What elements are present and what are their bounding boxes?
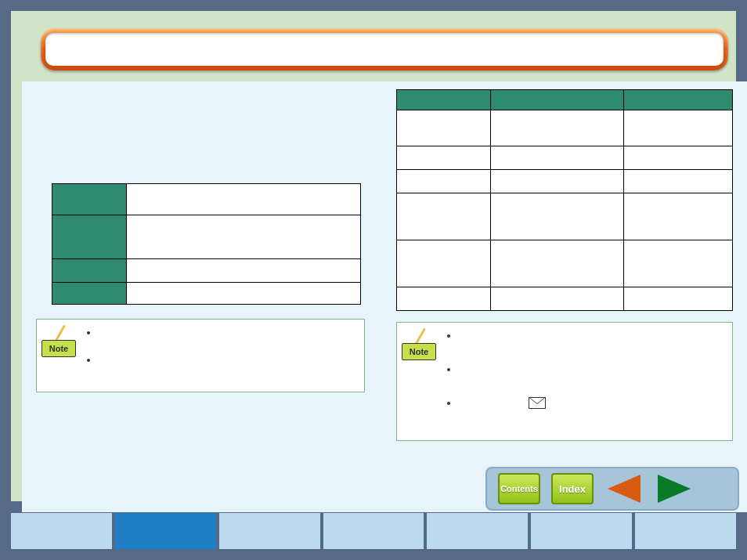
svg-marker-1: [658, 475, 691, 503]
table-row: [52, 283, 361, 305]
table-row: [397, 240, 733, 287]
cell: [397, 110, 491, 146]
cell: [624, 193, 733, 240]
cell: [491, 240, 624, 287]
header-area: Note: [11, 11, 736, 501]
right-column: Note: [396, 89, 733, 465]
cell: [491, 287, 624, 311]
index-button[interactable]: Index: [551, 473, 594, 504]
left-column: Note: [36, 89, 373, 465]
footer-tab[interactable]: [11, 513, 112, 549]
table-row: [397, 170, 733, 193]
note-icon: Note: [405, 329, 438, 429]
footer-tab[interactable]: [635, 513, 736, 549]
right-note-box: Note: [396, 322, 733, 441]
cell: [624, 110, 733, 146]
nav-bar: Contents Index: [485, 467, 739, 511]
contents-button[interactable]: Contents: [498, 473, 540, 504]
cell: [624, 146, 733, 170]
cell: [397, 287, 491, 311]
left-table-value: [127, 184, 361, 215]
left-table: [52, 183, 361, 305]
footer-tab[interactable]: [219, 513, 320, 549]
next-page-button[interactable]: [655, 473, 694, 504]
table-row: [397, 110, 733, 146]
left-table-label: [52, 184, 127, 215]
footer-tab[interactable]: [323, 513, 424, 549]
cell: [397, 193, 491, 240]
left-note-list: [98, 326, 356, 381]
right-table-header: [397, 90, 491, 110]
footer-tab[interactable]: [115, 513, 216, 549]
left-note-box: Note: [36, 319, 365, 392]
cell: [624, 170, 733, 193]
right-table: [396, 89, 733, 311]
right-table-header: [624, 90, 733, 110]
left-table-value: [127, 215, 361, 259]
table-header-row: [397, 90, 733, 110]
cell: [624, 240, 733, 287]
footer-tabs: [11, 513, 736, 549]
note-icon: Note: [45, 326, 78, 381]
right-note-list: [458, 329, 724, 429]
envelope-icon: [529, 397, 546, 409]
cell: [491, 170, 624, 193]
svg-marker-0: [608, 475, 641, 503]
list-item: [458, 329, 724, 342]
page-title: [45, 33, 724, 66]
left-table-label: [52, 283, 127, 305]
footer-tab[interactable]: [427, 513, 528, 549]
cell: [491, 193, 624, 240]
note-badge: Note: [402, 343, 436, 360]
list-item: [458, 396, 724, 410]
table-row: [52, 184, 361, 215]
title-bar: [41, 28, 728, 70]
list-item: [98, 326, 356, 339]
table-row: [397, 193, 733, 240]
prev-page-button[interactable]: [604, 473, 644, 504]
left-table-label: [52, 259, 127, 283]
left-table-value: [127, 283, 361, 305]
table-row: [52, 215, 361, 259]
right-table-header: [491, 90, 624, 110]
arrow-left-icon: [608, 475, 641, 503]
table-row: [397, 287, 733, 311]
cell: [397, 240, 491, 287]
arrow-right-icon: [658, 475, 691, 503]
cell: [397, 170, 491, 193]
table-row: [52, 259, 361, 283]
left-table-label: [52, 215, 127, 259]
content-area: Note: [22, 81, 747, 512]
cell: [491, 146, 624, 170]
left-table-value: [127, 259, 361, 283]
cell: [624, 287, 733, 311]
cell: [397, 146, 491, 170]
cell: [491, 110, 624, 146]
note-badge: Note: [42, 340, 76, 357]
table-row: [397, 146, 733, 170]
list-item: [98, 353, 356, 367]
footer-tab[interactable]: [531, 513, 632, 549]
list-item: [458, 363, 724, 376]
